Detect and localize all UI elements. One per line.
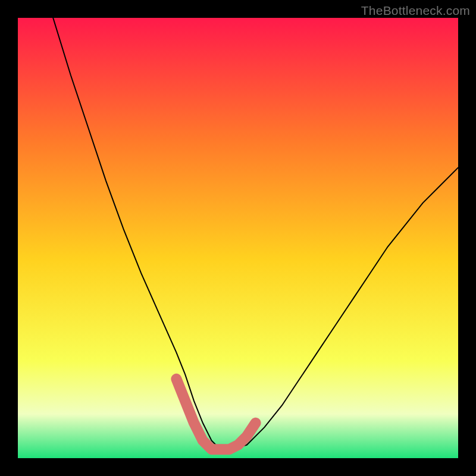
- gradient-background: [18, 18, 458, 458]
- watermark-text: TheBottleneck.com: [361, 4, 470, 18]
- plot-area: [18, 18, 458, 458]
- bottleneck-curve-chart: [18, 18, 458, 458]
- chart-frame: TheBottleneck.com: [0, 0, 476, 476]
